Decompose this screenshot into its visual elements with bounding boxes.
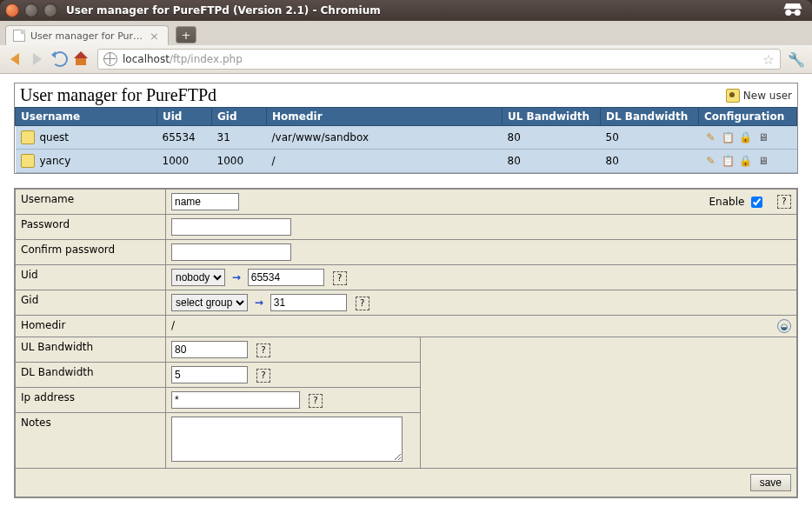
- edit-icon[interactable]: ✎: [704, 130, 718, 144]
- help-icon[interactable]: ?: [256, 369, 270, 383]
- tab-close-button[interactable]: ×: [148, 30, 161, 43]
- delete-icon[interactable]: 🖥: [756, 130, 770, 144]
- cell-gid: 1000: [212, 150, 267, 173]
- address-bar[interactable]: localhost/ftp/index.php ☆: [97, 49, 781, 70]
- window-title: User manager for PureFTPd (Version 2.1) …: [66, 4, 381, 17]
- incognito-icon: [781, 1, 805, 21]
- cell-username: yancy: [40, 155, 71, 167]
- home-button[interactable]: [75, 51, 90, 67]
- window-minimize-button[interactable]: [24, 3, 38, 17]
- forward-button[interactable]: [30, 51, 45, 67]
- user-form-panel: Username Enable ? Password: [14, 188, 798, 498]
- svg-point-0: [785, 10, 791, 16]
- cell-homedir: /var/www/sandbox: [267, 126, 503, 150]
- tab-title: User manager for Pur…: [30, 30, 143, 42]
- label-ip: Ip address: [16, 388, 166, 413]
- label-gid: Gid: [16, 290, 166, 316]
- user-icon: [21, 130, 35, 144]
- window-close-button[interactable]: [5, 3, 19, 17]
- cell-ul: 80: [503, 126, 601, 150]
- table-row: yancy10001000/8080✎📋🔒🖥: [16, 150, 797, 173]
- svg-rect-2: [790, 11, 795, 13]
- col-dl: DL Bandwidth: [601, 108, 699, 126]
- browser-toolbar: localhost/ftp/index.php ☆ 🔧: [0, 45, 812, 74]
- cell-ul: 80: [503, 150, 601, 173]
- arrow-right-icon: →: [255, 297, 263, 309]
- svg-point-1: [795, 10, 801, 16]
- users-table: Username Uid Gid Homedir UL Bandwidth DL…: [15, 107, 797, 173]
- back-button[interactable]: [7, 51, 23, 67]
- cell-dl: 50: [601, 126, 699, 150]
- help-icon[interactable]: ?: [356, 297, 369, 310]
- uid-select[interactable]: nobody: [171, 269, 225, 286]
- label-enable: Enable: [709, 196, 744, 208]
- globe-icon: [103, 52, 117, 66]
- bookmark-star-icon[interactable]: ☆: [762, 51, 775, 68]
- help-icon[interactable]: ?: [777, 195, 791, 209]
- col-uid: Uid: [157, 108, 212, 126]
- forward-arrow-icon: [33, 53, 42, 65]
- cell-username: quest: [40, 131, 70, 143]
- user-list-panel: User manager for PureFTPd New user Usern…: [14, 83, 798, 174]
- reload-button[interactable]: [52, 51, 68, 67]
- enable-checkbox[interactable]: [751, 197, 762, 208]
- save-button[interactable]: save: [750, 474, 791, 491]
- edit-icon[interactable]: ✎: [704, 154, 718, 168]
- label-homedir: Homedir: [16, 316, 166, 337]
- ip-address-input[interactable]: [171, 391, 300, 409]
- help-icon[interactable]: ?: [333, 271, 347, 285]
- new-user-link[interactable]: New user: [726, 89, 792, 103]
- lock-icon[interactable]: 🔒: [739, 154, 753, 168]
- gid-select[interactable]: select group: [171, 294, 248, 311]
- home-icon: [76, 53, 90, 65]
- window-maximize-button[interactable]: [43, 3, 57, 17]
- reload-icon: [52, 51, 68, 67]
- help-icon[interactable]: ?: [256, 343, 270, 357]
- user-icon: [21, 154, 35, 168]
- label-uid: Uid: [16, 265, 166, 290]
- label-dl: DL Bandwidth: [16, 363, 166, 388]
- page-title: User manager for PureFTPd: [20, 85, 216, 105]
- password-input[interactable]: [171, 218, 291, 236]
- tab-strip: User manager for Pur… × +: [0, 21, 812, 45]
- settings-wrench-icon[interactable]: 🔧: [788, 51, 805, 68]
- col-username: Username: [16, 108, 157, 126]
- col-gid: Gid: [212, 108, 267, 126]
- page-icon: [13, 30, 25, 42]
- new-user-icon: [726, 89, 740, 103]
- browser-tab[interactable]: User manager for Pur… ×: [5, 25, 169, 45]
- notes-textarea[interactable]: [171, 417, 403, 462]
- cell-uid: 1000: [157, 150, 212, 173]
- label-ul: UL Bandwidth: [16, 337, 166, 363]
- copy-icon[interactable]: 📋: [722, 154, 735, 168]
- uid-number-input[interactable]: [248, 269, 324, 286]
- cell-homedir: /: [267, 150, 503, 173]
- username-input[interactable]: [171, 193, 239, 210]
- homedir-value: /: [171, 319, 175, 331]
- label-confirm: Confirm password: [16, 240, 166, 265]
- gid-number-input[interactable]: [270, 294, 347, 311]
- confirm-password-input[interactable]: [171, 243, 291, 261]
- form-spacer: [421, 337, 797, 469]
- page-viewport: User manager for PureFTPd New user Usern…: [0, 74, 812, 520]
- lock-icon[interactable]: 🔒: [739, 130, 753, 144]
- cell-gid: 31: [212, 126, 267, 150]
- help-icon[interactable]: ?: [309, 394, 323, 408]
- label-username: Username: [16, 190, 166, 215]
- table-row: quest6553431/var/www/sandbox8050✎📋🔒🖥: [16, 126, 797, 150]
- dl-bandwidth-input[interactable]: [171, 366, 248, 383]
- cell-uid: 65534: [157, 126, 212, 150]
- copy-icon[interactable]: 📋: [722, 130, 735, 144]
- delete-icon[interactable]: 🖥: [756, 154, 770, 168]
- new-user-label: New user: [743, 90, 792, 102]
- window-titlebar: User manager for PureFTPd (Version 2.1) …: [0, 0, 812, 21]
- arrow-right-icon: →: [232, 271, 241, 283]
- col-ul: UL Bandwidth: [503, 108, 601, 126]
- col-homedir: Homedir: [267, 108, 503, 126]
- ul-bandwidth-input[interactable]: [171, 341, 248, 358]
- label-notes: Notes: [16, 413, 166, 469]
- label-password: Password: [16, 215, 166, 240]
- cell-dl: 80: [601, 150, 699, 173]
- new-tab-button[interactable]: +: [176, 26, 196, 43]
- directory-picker-icon[interactable]: ◒: [777, 319, 791, 333]
